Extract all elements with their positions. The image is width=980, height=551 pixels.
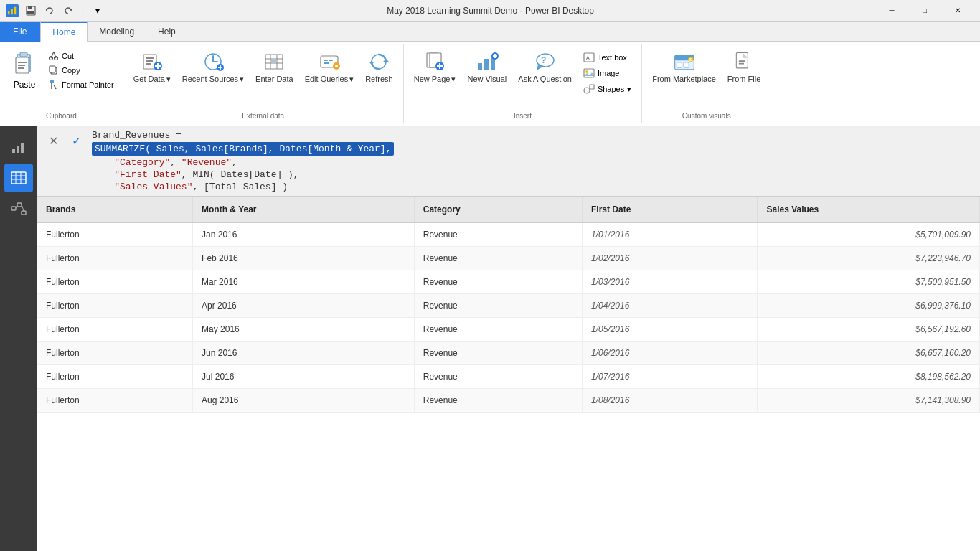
ask-question-button[interactable]: ? Ask A Question (514, 47, 576, 87)
table-cell: Jan 2016 (193, 222, 415, 247)
formula-string-4: "Sales Values" (114, 182, 192, 192)
table-cell: 1/02/2016 (583, 247, 758, 270)
svg-text:A: A (586, 55, 590, 60)
recent-sources-button[interactable]: Recent Sources▾ (178, 47, 248, 87)
table-cell: 1/01/2016 (583, 222, 758, 247)
edit-queries-icon (318, 50, 341, 73)
svg-rect-84 (17, 203, 22, 207)
table-cell: Fullerton (37, 365, 193, 389)
table-row: FullertonApr 2016Revenue1/04/2016$6,999,… (37, 294, 980, 318)
from-marketplace-button[interactable]: $ From Marketplace (648, 47, 720, 87)
data-view-button[interactable] (4, 164, 33, 192)
tab-modeling[interactable]: Modeling (88, 22, 146, 42)
image-button[interactable]: Image (579, 66, 636, 80)
refresh-button[interactable]: Refresh (361, 47, 397, 87)
undo-button[interactable] (42, 3, 57, 19)
new-page-icon (423, 50, 446, 73)
save-button[interactable] (23, 3, 39, 19)
main-area: ✕ ✓ Brand_Revenues = SUMMARIZE( Sales, S… (0, 126, 980, 551)
table-cell: 1/08/2016 (583, 389, 758, 413)
text-box-button[interactable]: A Text box (579, 50, 636, 65)
paste-small-buttons: Cut Copy Format Painter (46, 50, 117, 91)
svg-rect-74 (739, 63, 744, 65)
edit-queries-label: Edit Queries▾ (305, 75, 354, 84)
tab-file[interactable]: File (0, 22, 40, 42)
formula-string-2: "Revenue" (182, 157, 232, 168)
formula-confirm-button[interactable]: ✓ (66, 131, 86, 151)
report-view-button[interactable] (4, 132, 33, 161)
quick-access-toolbar: | ▾ (23, 3, 105, 19)
column-first-date: First Date (583, 197, 758, 222)
svg-rect-5 (27, 11, 34, 14)
window-controls: ─ □ ✕ (875, 0, 974, 22)
from-file-icon (732, 50, 755, 73)
formula-string-1: "Category" (114, 157, 170, 168)
formula-buttons: ✕ ✓ (43, 129, 86, 151)
table-row: FullertonFeb 2016Revenue1/02/2016$7,223,… (37, 247, 980, 270)
content-area: ✕ ✓ Brand_Revenues = SUMMARIZE( Sales, S… (37, 126, 980, 551)
svg-rect-77 (21, 143, 24, 153)
svg-rect-4 (28, 6, 32, 9)
shapes-button[interactable]: Shapes ▾ (579, 82, 636, 96)
formula-cancel-button[interactable]: ✕ (43, 131, 63, 151)
get-data-icon (141, 50, 164, 73)
enter-data-button[interactable]: Enter Data (251, 47, 298, 87)
svg-rect-72 (736, 53, 748, 68)
tab-help[interactable]: Help (146, 22, 188, 42)
cut-button[interactable]: Cut (46, 50, 117, 62)
refresh-label: Refresh (365, 75, 393, 84)
table-header-row: Brands Month & Year Category First Date … (37, 197, 980, 222)
from-file-button[interactable]: From File (723, 47, 765, 87)
svg-rect-11 (18, 62, 27, 63)
minimize-button[interactable]: ─ (875, 0, 908, 22)
ribbon: Paste Cut Copy Format Pain (0, 42, 980, 126)
get-data-button[interactable]: Get Data▾ (129, 47, 175, 87)
paste-button[interactable]: Paste (6, 47, 43, 93)
column-month-year: Month & Year (193, 197, 415, 222)
svg-rect-68 (677, 62, 682, 67)
app-icon (6, 4, 19, 17)
table-cell: Revenue (414, 247, 582, 270)
redo-button[interactable] (60, 3, 76, 19)
refresh-icon (367, 50, 390, 73)
new-page-button[interactable]: New Page▾ (410, 47, 461, 87)
model-view-button[interactable] (4, 195, 33, 224)
sidebar (0, 126, 37, 551)
title-bar: | ▾ May 2018 Learning Summit Demo - Powe… (0, 0, 980, 22)
table-cell: Fullerton (37, 389, 193, 413)
format-painter-button[interactable]: Format Painter (46, 78, 117, 91)
formula-content[interactable]: Brand_Revenues = SUMMARIZE( Sales, Sales… (92, 129, 974, 193)
maximize-button[interactable]: □ (908, 0, 941, 22)
svg-rect-0 (8, 11, 10, 14)
table-cell: $5,701,009.90 (758, 222, 980, 247)
table-cell: $8,198,562.20 (758, 365, 980, 389)
format-painter-label: Format Painter (62, 80, 114, 89)
svg-rect-73 (739, 60, 745, 62)
clipboard-items: Paste Cut Copy Format Pain (6, 47, 117, 109)
table-cell: Fullerton (37, 270, 193, 294)
svg-text:$: $ (689, 57, 692, 62)
ribbon-tabs: File Home Modeling Help (0, 22, 980, 42)
close-button[interactable]: ✕ (941, 0, 974, 22)
svg-rect-25 (146, 60, 153, 62)
clipboard-group: Paste Cut Copy Format Pain (0, 44, 123, 123)
formula-line-2: "Category", "Revenue", (92, 156, 974, 169)
svg-rect-52 (478, 63, 482, 70)
get-data-label: Get Data▾ (133, 75, 171, 84)
data-table: Brands Month & Year Category First Date … (37, 197, 980, 413)
svg-rect-76 (17, 146, 19, 153)
svg-marker-46 (369, 62, 374, 65)
copy-button[interactable]: Copy (46, 64, 117, 77)
edit-queries-button[interactable]: Edit Queries▾ (301, 47, 359, 87)
new-visual-button[interactable]: New Visual (463, 47, 511, 87)
clipboard-label: Clipboard (46, 109, 77, 120)
svg-rect-9 (20, 52, 27, 57)
column-category: Category (414, 197, 582, 222)
svg-rect-75 (12, 149, 15, 153)
enter-data-icon (263, 50, 286, 73)
table-row: FullertonJun 2016Revenue1/06/2016$6,657,… (37, 342, 980, 365)
customize-button[interactable]: ▾ (90, 3, 105, 19)
tab-home[interactable]: Home (40, 22, 88, 42)
table-body: FullertonJan 2016Revenue1/01/2016$5,701,… (37, 222, 980, 413)
svg-rect-26 (146, 63, 151, 65)
